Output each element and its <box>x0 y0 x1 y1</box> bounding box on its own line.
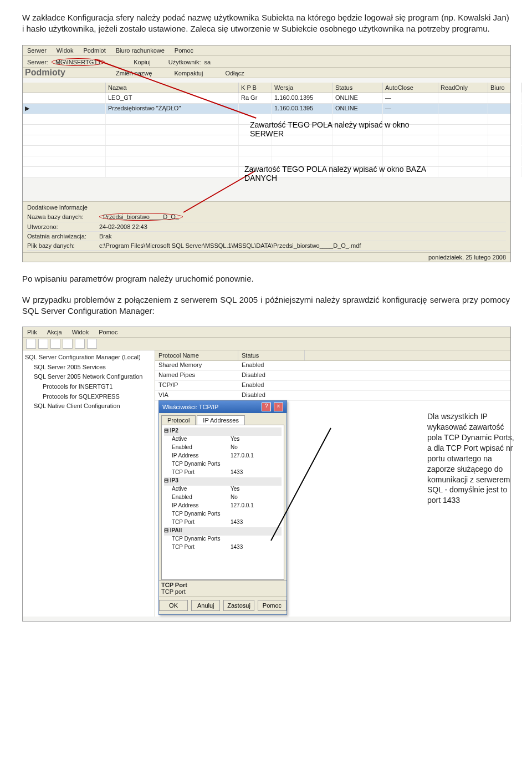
tcpip-properties-dialog: Właściwości: TCP/IP ? × Protocol IP Addr… <box>158 400 287 615</box>
menu-item[interactable]: Serwer <box>27 47 47 54</box>
property-row[interactable]: IP Address127.0.0.1 <box>164 452 282 461</box>
menu-item[interactable]: Pomoc <box>175 47 193 54</box>
dialog-titlebar: Właściwości: TCP/IP ? × <box>159 401 287 413</box>
info-value: Brak <box>99 233 112 240</box>
list-item[interactable]: TCP/IPEnabled <box>155 381 510 391</box>
refresh-icon[interactable] <box>75 339 85 349</box>
menu-item[interactable]: Akcja <box>47 329 62 335</box>
info-value: 24-02-2008 22:43 <box>99 223 147 230</box>
info-label: Utworzono: <box>27 223 99 230</box>
menu-item[interactable]: Pomoc <box>99 329 117 335</box>
help-icon[interactable] <box>87 339 97 349</box>
back-icon[interactable] <box>26 339 36 349</box>
annotation-serwer: Zawartość TEGO POLA należy wpisać w okno… <box>250 120 427 138</box>
property-row[interactable]: ActiveYes <box>164 436 282 444</box>
menubar: Serwer Widok Podmiot Biuro rachunkowe Po… <box>23 45 510 56</box>
tree-item[interactable]: SQL Server Configuration Manager (Local) <box>25 353 152 363</box>
tab-protocol[interactable]: Protocol <box>161 415 196 425</box>
menu-item[interactable]: Widok <box>72 329 89 335</box>
status-date: poniedziałek, 25 lutego 2008 <box>428 254 506 261</box>
menu-item[interactable]: Widok <box>57 47 74 54</box>
screenshot-config-manager: Plik Akcja Widok Pomoc SQL Server Config… <box>22 327 511 622</box>
annotation-baza: Zawartość TEGO POLA należy wpisać w okno… <box>244 165 449 182</box>
help-button[interactable]: Pomoc <box>258 600 287 611</box>
info-value: c:\Program Files\Microsoft SQL Server\MS… <box>99 242 361 249</box>
apply-button[interactable]: Zastosuj <box>223 600 254 611</box>
paragraph-1: W zakładce Konfiguracja sfery należy pod… <box>22 12 510 35</box>
tool-button[interactable]: Kopiuj <box>134 59 151 65</box>
cm-body: SQL Server Configuration Manager (Local)… <box>23 350 510 617</box>
tree-item[interactable]: SQL Server 2005 Services <box>25 363 152 373</box>
table-header: Nazwa K P B Wersja Status AutoClose Read… <box>23 83 510 93</box>
forward-icon[interactable] <box>38 339 48 349</box>
annotation-tcp-port: Dla wszystkich IP wykasować zawartość po… <box>427 411 516 506</box>
info-label: Plik bazy danych: <box>27 242 99 249</box>
col: Wersja <box>272 83 333 93</box>
tree-item[interactable]: SQL Native Client Configuration <box>25 401 152 411</box>
property-row[interactable]: TCP Dynamic Ports <box>164 536 282 544</box>
property-row[interactable]: TCP Dynamic Ports <box>164 461 282 469</box>
user-value: sa <box>204 59 211 65</box>
menu-item[interactable]: Podmiot <box>83 47 105 54</box>
property-row[interactable]: IP Address127.0.0.1 <box>164 502 282 511</box>
property-row[interactable]: EnabledNo <box>164 494 282 502</box>
list-item[interactable]: Named PipesDisabled <box>155 371 510 381</box>
up-icon[interactable] <box>50 339 60 349</box>
col: Status <box>238 350 305 360</box>
tree-item[interactable]: Protocols for SQLEXPRESS <box>25 392 152 402</box>
server-label: Serwer: <box>27 59 48 65</box>
property-section: ⊟ IP2 <box>164 427 282 436</box>
col <box>23 83 106 93</box>
info-panel: Dodatkowe informacje Nazwa bazy danych:P… <box>23 201 510 253</box>
tool-button[interactable]: Kompaktuj <box>174 70 203 77</box>
tab-ip-addresses[interactable]: IP Addresses <box>197 415 245 425</box>
property-row[interactable]: TCP Port1433 <box>164 519 282 527</box>
property-row[interactable]: ActiveYes <box>164 486 282 494</box>
property-section: ⊟ IPAll <box>164 527 282 536</box>
col: K P B <box>239 83 272 93</box>
properties-icon[interactable] <box>63 339 73 349</box>
property-row[interactable]: TCP Port1433 <box>164 469 282 477</box>
dialog-title: Właściwości: TCP/IP <box>162 404 218 410</box>
property-grid[interactable]: ⊟ IP2ActiveYesEnabledNoIP Address127.0.0… <box>161 425 284 580</box>
paragraph-3: W przypadku problemów z połączeniem z se… <box>22 294 510 317</box>
toolbar: Serwer: MG\INSERTGT1 Kopiuj Użytkownik: … <box>23 56 510 68</box>
list-item[interactable]: Shared MemoryEnabled <box>155 361 510 371</box>
col: Status <box>333 83 383 93</box>
toolbar-icons <box>23 338 510 350</box>
col: Protocol Name <box>155 350 238 360</box>
col: Biuro <box>488 83 521 93</box>
table-row[interactable]: LEO_GTRa Gr1.160.00.1395ONLINE— <box>23 93 510 104</box>
close-icon[interactable]: × <box>274 403 283 411</box>
ok-button[interactable]: OK <box>159 600 188 611</box>
db-name-value: Przedsi_biorstwo____D_O_ <box>99 213 183 221</box>
cancel-button[interactable]: Anuluj <box>191 600 220 611</box>
statusbar: poniedziałek, 25 lutego 2008 <box>23 252 510 262</box>
toolbar-row2: Zmień nazwę Kompaktuj Odłącz <box>23 68 510 78</box>
protocol-header: Protocol Name Status <box>155 350 510 361</box>
dialog-buttons: OK Anuluj Zastosuj Pomoc <box>159 596 287 614</box>
property-row[interactable]: TCP Dynamic Ports <box>164 511 282 519</box>
help-icon[interactable]: ? <box>262 403 271 411</box>
user-label: Użytkownik: <box>168 59 201 65</box>
info-title: Dodatkowe informacje <box>27 203 506 212</box>
list-item[interactable]: VIADisabled <box>155 391 510 401</box>
property-row[interactable]: TCP Port1433 <box>164 544 282 552</box>
menu-item[interactable]: Plik <box>27 329 37 335</box>
table-row[interactable]: ▶Przedsiębiorstwo "ŻĄDŁO"1.160.00.1395ON… <box>23 104 510 114</box>
tree-item[interactable]: SQL Server 2005 Network Configuration <box>25 372 152 382</box>
dialog-tabs: Protocol IP Addresses <box>159 413 287 425</box>
tree-view[interactable]: SQL Server Configuration Manager (Local)… <box>23 350 155 617</box>
menu-item[interactable]: Biuro rachunkowe <box>116 47 165 54</box>
dialog-description: TCP Port TCP port <box>159 580 287 596</box>
tool-button[interactable]: Odłącz <box>225 70 244 77</box>
property-row[interactable]: EnabledNo <box>164 444 282 452</box>
menubar: Plik Akcja Widok Pomoc <box>23 327 510 338</box>
screenshot-podmioty: Serwer Widok Podmiot Biuro rachunkowe Po… <box>22 45 511 262</box>
table-row <box>23 146 510 156</box>
info-label: Nazwa bazy danych: <box>27 213 99 220</box>
tree-item[interactable]: Protocols for INSERTGT1 <box>25 382 152 392</box>
window-buttons: ? × <box>260 403 283 411</box>
col: ReadOnly <box>438 83 488 93</box>
page-title: Podmioty <box>25 68 65 78</box>
